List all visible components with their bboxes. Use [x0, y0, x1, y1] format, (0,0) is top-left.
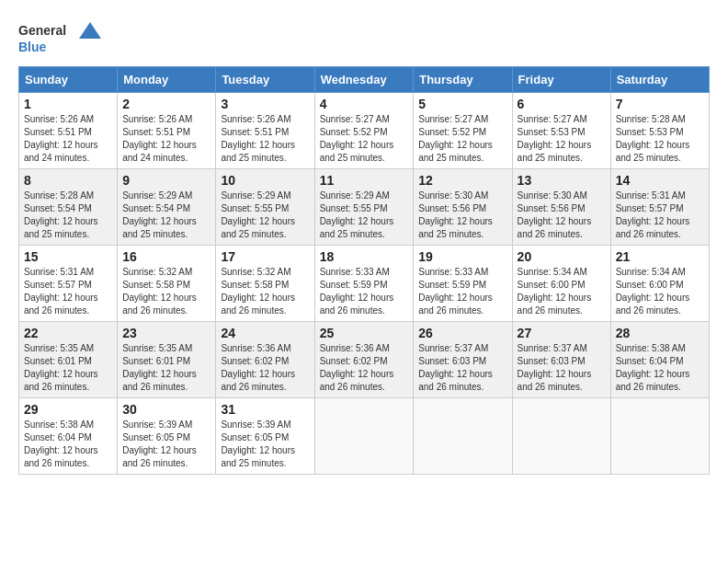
day-number: 13	[518, 173, 606, 188]
calendar-day-20: 20Sunrise: 5:34 AM Sunset: 6:00 PM Dayli…	[512, 246, 610, 322]
day-info: Sunrise: 5:39 AM Sunset: 6:05 PM Dayligh…	[122, 419, 210, 470]
calendar-day-15: 15Sunrise: 5:31 AM Sunset: 5:57 PM Dayli…	[19, 246, 118, 322]
calendar-day-26: 26Sunrise: 5:37 AM Sunset: 6:03 PM Dayli…	[414, 322, 512, 398]
day-number: 18	[320, 249, 409, 264]
calendar-week-4: 22Sunrise: 5:35 AM Sunset: 6:01 PM Dayli…	[19, 322, 710, 398]
day-number: 17	[221, 249, 309, 264]
calendar-week-5: 29Sunrise: 5:38 AM Sunset: 6:04 PM Dayli…	[19, 398, 710, 475]
calendar-day-8: 8Sunrise: 5:28 AM Sunset: 5:54 PM Daylig…	[19, 169, 118, 246]
weekday-header-sunday: Sunday	[19, 67, 118, 93]
day-info: Sunrise: 5:38 AM Sunset: 6:04 PM Dayligh…	[616, 342, 704, 394]
day-info: Sunrise: 5:30 AM Sunset: 5:56 PM Dayligh…	[418, 190, 506, 241]
svg-text:General: General	[18, 23, 66, 38]
calendar-day-31: 31Sunrise: 5:39 AM Sunset: 6:05 PM Dayli…	[216, 398, 314, 475]
day-number: 10	[221, 173, 309, 188]
calendar-day-19: 19Sunrise: 5:33 AM Sunset: 5:59 PM Dayli…	[414, 246, 512, 322]
day-info: Sunrise: 5:37 AM Sunset: 6:03 PM Dayligh…	[418, 342, 506, 394]
day-number: 28	[616, 326, 704, 340]
calendar-day-22: 22Sunrise: 5:35 AM Sunset: 6:01 PM Dayli…	[19, 322, 118, 398]
day-number: 26	[418, 326, 506, 340]
day-info: Sunrise: 5:31 AM Sunset: 5:57 PM Dayligh…	[616, 190, 704, 241]
day-number: 12	[418, 173, 506, 188]
day-number: 23	[122, 326, 210, 340]
day-info: Sunrise: 5:29 AM Sunset: 5:54 PM Dayligh…	[122, 190, 210, 241]
day-info: Sunrise: 5:34 AM Sunset: 6:00 PM Dayligh…	[518, 266, 606, 317]
day-info: Sunrise: 5:31 AM Sunset: 5:57 PM Dayligh…	[24, 266, 112, 317]
day-number: 21	[616, 249, 704, 264]
calendar-day-2: 2Sunrise: 5:26 AM Sunset: 5:51 PM Daylig…	[118, 93, 216, 169]
svg-text:Blue: Blue	[18, 40, 47, 54]
logo: General Blue	[18, 18, 101, 57]
day-number: 11	[320, 173, 409, 188]
day-info: Sunrise: 5:26 AM Sunset: 5:51 PM Dayligh…	[221, 113, 309, 165]
day-number: 20	[518, 249, 606, 264]
calendar-day-5: 5Sunrise: 5:27 AM Sunset: 5:52 PM Daylig…	[414, 93, 512, 169]
calendar-day-28: 28Sunrise: 5:38 AM Sunset: 6:04 PM Dayli…	[610, 322, 709, 398]
day-info: Sunrise: 5:36 AM Sunset: 6:02 PM Dayligh…	[221, 342, 309, 394]
day-info: Sunrise: 5:37 AM Sunset: 6:03 PM Dayligh…	[518, 342, 606, 394]
day-info: Sunrise: 5:27 AM Sunset: 5:52 PM Dayligh…	[418, 113, 506, 165]
calendar-day-25: 25Sunrise: 5:36 AM Sunset: 6:02 PM Dayli…	[314, 322, 414, 398]
day-number: 27	[518, 326, 606, 340]
logo-svg: General Blue	[18, 18, 101, 57]
day-number: 5	[418, 97, 506, 111]
calendar-day-12: 12Sunrise: 5:30 AM Sunset: 5:56 PM Dayli…	[414, 169, 512, 246]
calendar-day-7: 7Sunrise: 5:28 AM Sunset: 5:53 PM Daylig…	[610, 93, 709, 169]
calendar-day-27: 27Sunrise: 5:37 AM Sunset: 6:03 PM Dayli…	[512, 322, 610, 398]
day-number: 2	[122, 97, 210, 111]
day-number: 1	[24, 97, 112, 111]
calendar-day-24: 24Sunrise: 5:36 AM Sunset: 6:02 PM Dayli…	[216, 322, 314, 398]
weekday-header-monday: Monday	[118, 67, 216, 93]
day-number: 24	[221, 326, 309, 340]
day-number: 29	[24, 402, 112, 417]
calendar-day-13: 13Sunrise: 5:30 AM Sunset: 5:56 PM Dayli…	[512, 169, 610, 246]
calendar-day-16: 16Sunrise: 5:32 AM Sunset: 5:58 PM Dayli…	[118, 246, 216, 322]
calendar-day-3: 3Sunrise: 5:26 AM Sunset: 5:51 PM Daylig…	[216, 93, 314, 169]
calendar-day-29: 29Sunrise: 5:38 AM Sunset: 6:04 PM Dayli…	[19, 398, 118, 475]
weekday-header-saturday: Saturday	[610, 67, 709, 93]
day-info: Sunrise: 5:34 AM Sunset: 6:00 PM Dayligh…	[616, 266, 704, 317]
day-info: Sunrise: 5:32 AM Sunset: 5:58 PM Dayligh…	[122, 266, 210, 317]
day-number: 4	[320, 97, 409, 111]
calendar-day-21: 21Sunrise: 5:34 AM Sunset: 6:00 PM Dayli…	[610, 246, 709, 322]
calendar-day-17: 17Sunrise: 5:32 AM Sunset: 5:58 PM Dayli…	[216, 246, 314, 322]
svg-marker-2	[79, 22, 101, 39]
day-info: Sunrise: 5:28 AM Sunset: 5:53 PM Dayligh…	[616, 113, 704, 165]
day-number: 22	[24, 326, 112, 340]
day-number: 8	[24, 173, 112, 188]
calendar-day-11: 11Sunrise: 5:29 AM Sunset: 5:55 PM Dayli…	[314, 169, 414, 246]
day-number: 25	[320, 326, 409, 340]
day-number: 16	[122, 249, 210, 264]
day-info: Sunrise: 5:26 AM Sunset: 5:51 PM Dayligh…	[24, 113, 112, 165]
day-info: Sunrise: 5:29 AM Sunset: 5:55 PM Dayligh…	[221, 190, 309, 241]
day-number: 30	[122, 402, 210, 417]
calendar-day-9: 9Sunrise: 5:29 AM Sunset: 5:54 PM Daylig…	[118, 169, 216, 246]
calendar-week-1: 1Sunrise: 5:26 AM Sunset: 5:51 PM Daylig…	[19, 93, 710, 169]
weekday-header-wednesday: Wednesday	[314, 67, 414, 93]
empty-cell	[314, 398, 414, 475]
day-info: Sunrise: 5:35 AM Sunset: 6:01 PM Dayligh…	[122, 342, 210, 394]
calendar-day-14: 14Sunrise: 5:31 AM Sunset: 5:57 PM Dayli…	[610, 169, 709, 246]
day-info: Sunrise: 5:36 AM Sunset: 6:02 PM Dayligh…	[320, 342, 409, 394]
calendar-body: 1Sunrise: 5:26 AM Sunset: 5:51 PM Daylig…	[19, 93, 710, 475]
day-number: 7	[616, 97, 704, 111]
day-info: Sunrise: 5:29 AM Sunset: 5:55 PM Dayligh…	[320, 190, 409, 241]
day-info: Sunrise: 5:35 AM Sunset: 6:01 PM Dayligh…	[24, 342, 112, 394]
calendar-day-23: 23Sunrise: 5:35 AM Sunset: 6:01 PM Dayli…	[118, 322, 216, 398]
calendar-day-1: 1Sunrise: 5:26 AM Sunset: 5:51 PM Daylig…	[19, 93, 118, 169]
day-number: 15	[24, 249, 112, 264]
day-info: Sunrise: 5:33 AM Sunset: 5:59 PM Dayligh…	[320, 266, 409, 317]
weekday-header-tuesday: Tuesday	[216, 67, 314, 93]
calendar-day-30: 30Sunrise: 5:39 AM Sunset: 6:05 PM Dayli…	[118, 398, 216, 475]
empty-cell	[414, 398, 512, 475]
day-info: Sunrise: 5:27 AM Sunset: 5:53 PM Dayligh…	[518, 113, 606, 165]
day-number: 19	[418, 249, 506, 264]
day-info: Sunrise: 5:30 AM Sunset: 5:56 PM Dayligh…	[518, 190, 606, 241]
empty-cell	[512, 398, 610, 475]
calendar-day-6: 6Sunrise: 5:27 AM Sunset: 5:53 PM Daylig…	[512, 93, 610, 169]
calendar-table: SundayMondayTuesdayWednesdayThursdayFrid…	[18, 66, 710, 475]
day-info: Sunrise: 5:27 AM Sunset: 5:52 PM Dayligh…	[320, 113, 409, 165]
weekday-header-friday: Friday	[512, 67, 610, 93]
day-info: Sunrise: 5:26 AM Sunset: 5:51 PM Dayligh…	[122, 113, 210, 165]
weekday-header-thursday: Thursday	[414, 67, 512, 93]
